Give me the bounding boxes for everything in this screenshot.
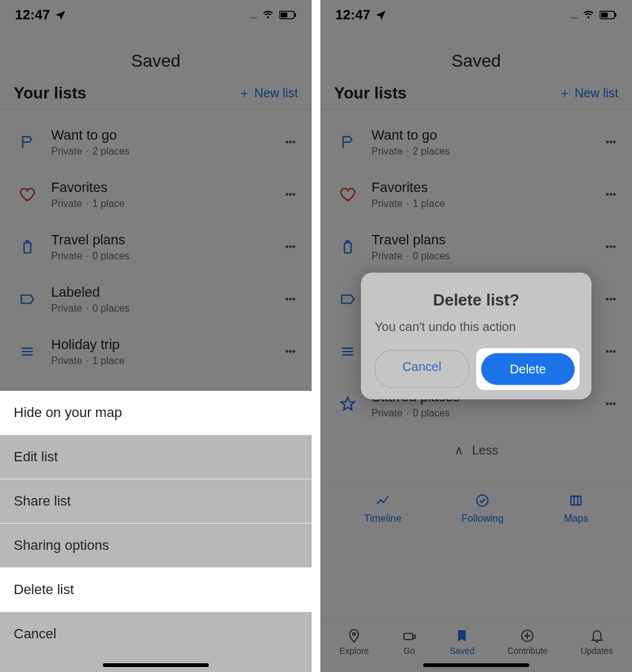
action-sheet: Hide on your map Edit list Share list Sh… [0,391,312,672]
sheet-hide-on-map[interactable]: Hide on your map [0,391,312,435]
delete-dialog: Delete list? You can't undo this action … [361,273,591,400]
sheet-delete-list[interactable]: Delete list [0,568,312,612]
dialog-title: Delete list? [375,290,578,310]
sheet-edit-list[interactable]: Edit list [0,435,312,479]
phone-screen-right: 12:47 .... Saved Your lists ＋ New list [320,0,632,672]
phone-screen-left: 12:47 .... Saved Your lists ＋ New list [0,0,312,672]
home-indicator [103,663,209,667]
sheet-share-list[interactable]: Share list [0,479,312,524]
sheet-cancel[interactable]: Cancel [0,612,312,656]
sheet-sharing-options[interactable]: Sharing options [0,524,312,568]
dialog-delete-button[interactable]: Delete [481,353,575,385]
dialog-cancel-button[interactable]: Cancel [375,350,469,388]
dialog-message: You can't undo this action [375,320,578,334]
